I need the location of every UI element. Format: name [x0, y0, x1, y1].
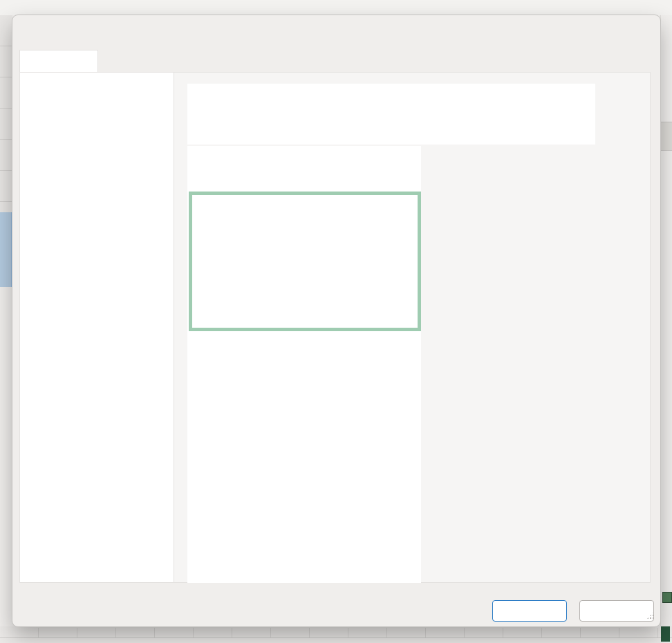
row-header-gray: [0, 15, 12, 212]
chart-preview[interactable]: [189, 192, 421, 331]
ok-button[interactable]: [492, 600, 567, 622]
close-button[interactable]: [628, 21, 648, 39]
sheet-gridline-row: [0, 628, 672, 638]
row-header-selection: [0, 212, 12, 287]
excel-row-headers: [0, 15, 12, 643]
screenshot-root: [0, 0, 672, 643]
cancel-button[interactable]: [579, 600, 654, 622]
chart-type-groupbox: [19, 72, 651, 583]
chart-type-list: [20, 73, 174, 582]
subtype-panel: [187, 146, 421, 583]
sheet-header-band: [661, 122, 672, 151]
excel-sheet-right-strip: [660, 15, 672, 643]
subtype-thumbnail-strip: [187, 84, 595, 145]
sidebar-divider: [174, 73, 174, 582]
change-chart-type-dialog: [12, 15, 660, 626]
help-button[interactable]: [581, 21, 601, 39]
sheet-chart-fragment: [662, 592, 672, 603]
sheet-chart-fragment-2: [661, 626, 670, 642]
preview-chart: [192, 195, 418, 328]
tab-all-charts[interactable]: [19, 50, 98, 73]
excel-sheet-bottom-strip: [0, 626, 672, 643]
excel-ribbon-strip: [0, 0, 672, 15]
